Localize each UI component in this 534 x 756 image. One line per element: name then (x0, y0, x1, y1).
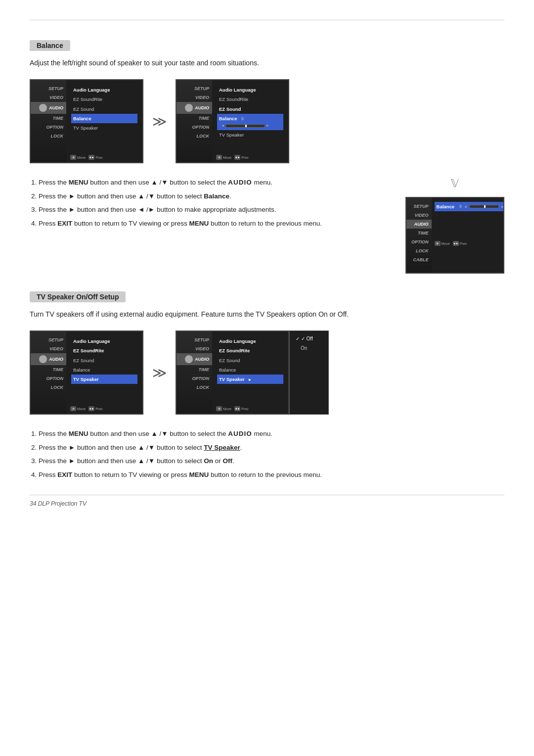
balance-screen1-sidebar: SETUP VIDEO AUDIO TIME OPTION LOCK (31, 80, 66, 162)
s3-cable: CABLE (406, 255, 432, 264)
s3-balance-value: 0 (459, 203, 462, 210)
s3-balance: Balance 0 ◄ ► (435, 202, 504, 211)
bottom2-move-btn: ⊕Move (216, 155, 231, 160)
ts-arrow: ≫ (152, 365, 167, 381)
balance-steps-row: Press the MENU button and then use ▲ /▼ … (30, 177, 504, 274)
balance-step1: Press the MENU button and then use ▲ /▼ … (39, 177, 391, 188)
ts-screen1-sidebar: SETUP VIDEO AUDIO TIME OPTION LOCK (31, 331, 66, 414)
sidebar2-video: VIDEO (177, 93, 212, 102)
ts-s2-video: VIDEO (177, 344, 212, 353)
ts-menu1-audio-lang: Audio Language (71, 336, 137, 346)
ts-menu-bold1: MENU (69, 430, 89, 437)
ts-menu2-balance: Balance (217, 365, 283, 375)
balance-screen3: SETUP VIDEO AUDIO TIME OPTION LOCK CABLE… (405, 197, 504, 274)
footer-text: 34 DLP Projection TV (30, 500, 87, 507)
ts-menu2-tv-speaker: TV Speaker ► (217, 375, 283, 384)
ts-speaker-brand: TV Speaker (204, 444, 240, 451)
balance-section: Balance Adjust the left/right sound of s… (30, 40, 504, 274)
ts-s2-prev-btn: ◄►Prev (234, 406, 248, 411)
balance-section-title: Balance (30, 40, 70, 51)
sidebar-option: OPTION (31, 123, 66, 132)
balance-right-arrow: ► (266, 123, 269, 128)
tv-speaker-desc: Turn TV speakers off if using external a… (30, 309, 504, 320)
ts-submenu-off: ✓ Off (294, 335, 324, 342)
menu2-ez-soundrite: EZ SoundRite (217, 94, 283, 104)
ts-menu2-audio-lang: Audio Language (217, 336, 283, 346)
menu-bold2: MENU (189, 220, 209, 227)
down-arrow-v: 𝕍 (451, 177, 459, 190)
sidebar-video: VIDEO (31, 93, 66, 102)
s3-right-arrow: ► (501, 204, 504, 209)
ts-s2-prev-icon: ◄► (234, 406, 240, 411)
ts-menu2-ez-sound: EZ Sound (217, 356, 283, 365)
balance-step4: Press EXIT button to return to TV viewin… (39, 218, 391, 229)
balance-steps-list: Press the MENU button and then use ▲ /▼ … (30, 177, 391, 232)
ts-screen2-wrapper: SETUP VIDEO AUDIO TIME OPTION LOCK Audio… (176, 331, 329, 415)
sidebar-time: TIME (31, 114, 66, 123)
menu2-ez-sound: EZ Sound (217, 104, 283, 114)
top-rule (30, 20, 504, 20)
menu-audio-language: Audio Language (71, 85, 137, 94)
balance-screen3-menu: Balance 0 ◄ ► ⊕Move ◄►Prev (432, 198, 504, 273)
tv-speaker-section: TV Speaker On/Off Setup Turn TV speakers… (30, 291, 504, 480)
balance-screen2-bottom: ⊕Move ◄►Prev (212, 155, 288, 160)
ts-speaker-arrow: ► (248, 378, 252, 382)
s3-video: VIDEO (406, 211, 432, 220)
s3-time: TIME (406, 229, 432, 237)
ts-on-brand: On (204, 457, 213, 465)
ts-audio-icon2 (185, 355, 193, 363)
ts-s2-bottom: ⊕Move ◄►Prev (212, 406, 288, 411)
sidebar-setup: SETUP (31, 84, 66, 93)
ts-off-brand: Off (223, 457, 233, 465)
ts-screen2-sidebar: SETUP VIDEO AUDIO TIME OPTION LOCK (177, 331, 212, 414)
balance-screen1-menu: Audio Language EZ SoundRite EZ Sound Bal… (66, 80, 142, 162)
ts-s1-audio: AUDIO (31, 353, 66, 365)
ts-s1-bottom: ⊕Move ◄►Prev (66, 406, 142, 411)
tv-speaker-screen1: SETUP VIDEO AUDIO TIME OPTION LOCK Audio… (30, 331, 143, 415)
ts-s1-lock: LOCK (31, 383, 66, 392)
ts-menu2-ez-soundrite: EZ SoundRite (217, 346, 283, 355)
ts-audio-icon (39, 355, 47, 363)
sidebar2-audio: AUDIO (177, 102, 212, 114)
prev-icon: ◄► (89, 155, 94, 160)
s3-prev-btn: ◄►Prev (453, 241, 467, 246)
sidebar-lock: LOCK (31, 132, 66, 141)
ts-menu-bold2: MENU (189, 471, 209, 478)
bottom2-prev-btn: ◄►Prev (234, 155, 248, 160)
ts-submenu: ✓ Off On (289, 331, 329, 415)
s3-move-btn: ⊕Move (435, 241, 450, 246)
balance-ordered-list: Press the MENU button and then use ▲ /▼ … (30, 177, 391, 229)
prev2-icon: ◄► (234, 155, 240, 160)
bottom-prev-btn: ◄►Prev (89, 155, 102, 160)
ts-menu1-ez-soundrite: EZ SoundRite (71, 346, 137, 355)
ts-submenu-on: On (294, 344, 324, 352)
ts-s2-move-icon: ⊕ (216, 406, 222, 411)
s3-prev-icon: ◄► (453, 241, 459, 246)
ts-step2: Press the ► button and then use ▲ /▼ but… (39, 442, 504, 453)
ts-prev-btn: ◄►Prev (89, 406, 102, 411)
ts-step4: Press EXIT button to return to TV viewin… (39, 470, 504, 480)
page: Balance Adjust the left/right sound of s… (0, 0, 534, 756)
ts-move-btn: ⊕Move (70, 406, 86, 411)
tv-speaker-steps-list: Press the MENU button and then use ▲ /▼ … (30, 428, 504, 480)
ts-prev-icon: ◄► (89, 406, 94, 411)
balance-right-col: 𝕍 SETUP VIDEO AUDIO TIME OPTION LOCK CAB… (405, 177, 504, 274)
ts-s2-option: OPTION (177, 374, 212, 383)
ts-screen2-menu: Audio Language EZ SoundRite EZ Sound Bal… (212, 331, 288, 414)
ts-menu1-balance: Balance (71, 365, 137, 375)
balance-screen2: SETUP VIDEO AUDIO TIME OPTION LOCK Audio… (176, 79, 289, 163)
sidebar2-lock: LOCK (177, 132, 212, 141)
menu2-balance: Balance 0 ◄ ► (217, 114, 283, 130)
sidebar2-setup: SETUP (177, 84, 212, 93)
balance-screen1-bottom: ⊕Move ◄►Prev (66, 155, 142, 160)
ts-screen1-menu: Audio Language EZ SoundRite EZ Sound Bal… (66, 331, 142, 414)
balance-screens-row: SETUP VIDEO AUDIO TIME OPTION LOCK Audio… (30, 79, 504, 163)
move2-icon: ⊕ (216, 155, 222, 160)
s3-move-icon: ⊕ (435, 241, 441, 246)
audio-icon2 (185, 104, 193, 112)
bottom-move-btn: ⊕Move (70, 155, 86, 160)
tv-speaker-title: TV Speaker On/Off Setup (30, 291, 126, 302)
balance-screen2-menu: Audio Language EZ SoundRite EZ Sound Bal… (212, 80, 288, 162)
ts-s2-setup: SETUP (177, 335, 212, 344)
s3-balance-fill (484, 205, 486, 208)
